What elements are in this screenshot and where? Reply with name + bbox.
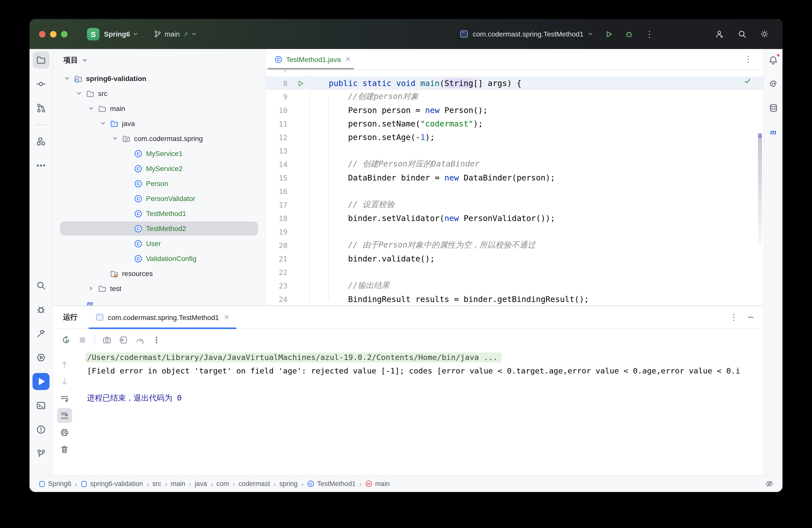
tree-item-maven-file[interactable]: m [53, 296, 265, 306]
profiler-icon[interactable] [132, 333, 147, 348]
line-number[interactable]: 24 [265, 295, 291, 303]
line-number[interactable]: 17 [265, 201, 291, 209]
print-icon[interactable] [57, 425, 72, 440]
up-icon[interactable] [57, 357, 72, 372]
line-number[interactable]: 11 [265, 120, 291, 128]
scrollbar-thumb[interactable] [758, 138, 762, 246]
tree-item-PersonValidator[interactable]: CPersonValidator [53, 191, 265, 206]
line-number[interactable]: 10 [265, 106, 291, 114]
line-number[interactable]: 14 [265, 160, 291, 168]
tree-item-TestMethod1[interactable]: CTestMethod1 [53, 206, 265, 221]
chevron-down-icon[interactable] [132, 31, 139, 37]
tree-item-com.codermast.spring[interactable]: com.codermast.spring [53, 131, 265, 146]
sidebar-git-icon[interactable] [32, 445, 49, 462]
clear-icon[interactable] [57, 442, 72, 457]
sidebar-database-icon[interactable] [765, 100, 782, 117]
line-number[interactable]: 7 [265, 70, 291, 74]
breadcrumb-java[interactable]: java [195, 480, 207, 487]
chevron-down-icon[interactable] [109, 135, 121, 142]
chevron-down-icon[interactable] [85, 105, 97, 112]
breadcrumb-com[interactable]: com [217, 480, 229, 487]
line-number[interactable]: 9 [265, 93, 291, 101]
run-configuration-selector[interactable]: com.codermast.spring.TestMethod1 [460, 29, 594, 39]
line-number[interactable]: 8 [265, 79, 291, 87]
maximize-window-button[interactable] [61, 31, 68, 37]
sidebar-terminal-icon[interactable] [32, 397, 49, 414]
run-line-icon[interactable] [291, 80, 309, 87]
sidebar-search-icon[interactable] [32, 277, 49, 294]
breadcrumb-src[interactable]: src [152, 480, 161, 487]
tree-item-Person[interactable]: CPerson [53, 176, 265, 191]
sidebar-run-icon[interactable] [32, 373, 49, 390]
search-icon[interactable] [735, 27, 749, 41]
close-tab-icon[interactable]: ✕ [345, 56, 351, 63]
sidebar-services-icon[interactable] [32, 349, 49, 366]
tab-options-icon[interactable]: ⋮ [744, 55, 753, 63]
tree-item-MyService2[interactable]: CMyService2 [53, 161, 265, 176]
sidebar-project-icon[interactable] [32, 52, 49, 69]
breadcrumb-TestMethod1[interactable]: CTestMethod1 [307, 480, 356, 487]
editor-tab[interactable]: C TestMethod1.java ✕ [265, 49, 356, 70]
settings-gear-icon[interactable] [757, 27, 771, 41]
line-number[interactable]: 21 [265, 255, 291, 263]
sidebar-commit-icon[interactable] [32, 75, 49, 92]
sidebar-pull-request-icon[interactable] [32, 100, 49, 117]
project-panel-header[interactable]: 项目 [53, 49, 265, 71]
run-button[interactable] [601, 27, 615, 41]
sidebar-structure-icon[interactable] [32, 133, 49, 150]
add-user-icon[interactable] [712, 27, 726, 41]
screen-reader-off-icon[interactable] [765, 480, 773, 488]
line-number[interactable]: 12 [265, 133, 291, 141]
line-number[interactable]: 19 [265, 228, 291, 236]
breadcrumb-spring[interactable]: spring [279, 480, 298, 487]
down-icon[interactable] [57, 374, 72, 389]
inspections-ok-icon[interactable] [743, 77, 752, 85]
console-tab[interactable]: com.codermast.spring.TestMethod1 ✕ [88, 306, 236, 328]
tree-item-TestMethod2[interactable]: CTestMethod2 [53, 221, 265, 236]
rerun-icon[interactable] [58, 333, 73, 348]
breadcrumb-spring6-validation[interactable]: spring6-validation [81, 480, 143, 487]
close-tab-icon[interactable]: ✕ [224, 313, 230, 321]
breadcrumb-Spring6[interactable]: Spring6 [39, 480, 71, 487]
more-icon[interactable] [149, 333, 164, 348]
line-number[interactable]: 20 [265, 241, 291, 249]
sidebar-notifications-icon[interactable] [765, 52, 782, 69]
sidebar-maven-icon[interactable]: m [765, 123, 782, 141]
soft-wrap-icon[interactable] [57, 391, 72, 406]
chevron-down-icon[interactable] [97, 120, 109, 127]
line-number[interactable]: 18 [265, 214, 291, 222]
line-number[interactable]: 16 [265, 187, 291, 195]
snapshot-icon[interactable] [100, 333, 115, 348]
chevron-down-icon[interactable] [61, 75, 73, 82]
chevron-down-icon[interactable] [73, 90, 85, 97]
tree-item-src[interactable]: src [53, 86, 265, 101]
tree-item-resources[interactable]: resources [53, 266, 265, 281]
tree-item-test[interactable]: test [53, 281, 265, 296]
chevron-right-icon[interactable] [85, 285, 97, 292]
editor-scrollbar[interactable] [758, 133, 762, 246]
breadcrumb-codermast[interactable]: codermast [238, 480, 270, 487]
console-options-icon[interactable]: ⋮ [729, 313, 738, 322]
console-panel-title[interactable]: 运行 [63, 312, 77, 322]
tree-item-MyService1[interactable]: CMyService1 [53, 146, 265, 161]
tree-item-User[interactable]: CUser [53, 236, 265, 251]
scroll-to-end-icon[interactable] [57, 408, 72, 423]
sidebar-ai-assistant-icon[interactable] [765, 75, 782, 92]
close-window-button[interactable] [39, 31, 45, 37]
sidebar-problems-icon[interactable] [32, 421, 49, 438]
tree-item-ValidationConfig[interactable]: CValidationConfig [53, 251, 265, 266]
line-number[interactable]: 15 [265, 174, 291, 182]
line-number[interactable]: 23 [265, 282, 291, 290]
breadcrumb-main[interactable]: mmain [365, 480, 390, 487]
exit-icon[interactable] [116, 333, 131, 348]
project-name[interactable]: Spring6 [104, 30, 130, 38]
project-badge[interactable]: S [87, 28, 100, 40]
tree-item-main[interactable]: main [53, 101, 265, 116]
tree-item-spring6-validation[interactable]: spring6-validation [53, 71, 265, 86]
minimize-window-button[interactable] [50, 31, 57, 37]
line-number[interactable]: 22 [265, 268, 291, 276]
more-actions-icon[interactable]: ⋮ [642, 27, 656, 41]
minimize-panel-icon[interactable] [747, 313, 754, 321]
sidebar-more-icon[interactable] [32, 157, 49, 174]
breadcrumb-main[interactable]: main [171, 480, 186, 487]
